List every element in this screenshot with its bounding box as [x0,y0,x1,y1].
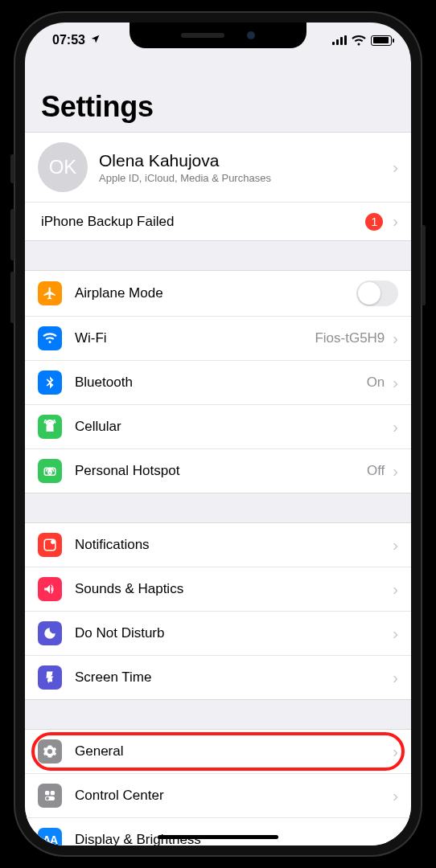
row-label: General [75,743,393,760]
dnd-icon [38,621,62,645]
screentime-icon [38,665,62,690]
chevron-right-icon: › [393,580,398,599]
settings-row-control-center[interactable]: Control Center› [25,773,411,817]
row-label: Notifications [75,537,393,553]
chevron-right-icon: › [393,158,398,177]
row-detail: On [367,375,385,391]
chevron-right-icon: › [393,374,398,392]
wifi-icon [38,326,62,350]
notch [130,23,306,48]
settings-row-general[interactable]: General› [25,730,411,773]
row-label: Control Center [75,788,393,804]
toggle-switch[interactable] [356,280,398,306]
svg-point-3 [51,540,55,544]
hotspot-icon [38,459,62,483]
cellular-signal-icon [332,35,347,45]
sounds-icon [38,577,62,601]
profile-subtitle: Apple ID, iCloud, Media & Purchases [99,172,271,184]
airplane-icon [38,281,62,305]
chevron-right-icon: › [393,418,398,436]
general-icon [38,739,62,764]
row-label: Do Not Disturb [75,625,393,641]
chevron-right-icon: › [393,330,398,348]
row-label: Screen Time [75,669,393,686]
settings-row-dnd[interactable]: Do Not Disturb› [25,611,411,655]
chevron-right-icon: › [393,669,398,687]
row-label: Cellular [75,419,393,435]
chevron-right-icon: › [393,462,398,481]
page-title: Settings [41,90,395,124]
chevron-right-icon: › [393,212,398,231]
display-icon: AA [38,828,62,845]
row-detail: Fios-tG5H9 [315,330,385,346]
chevron-right-icon: › [393,787,398,805]
battery-icon [371,35,392,46]
status-time: 07:53 [52,33,85,47]
row-label: Sounds & Haptics [75,581,393,597]
profile-name: Olena Kahujova [99,151,271,170]
chevron-right-icon: › [393,536,398,555]
settings-row-sounds[interactable]: Sounds & Haptics› [25,567,411,611]
notification-badge: 1 [365,213,383,231]
svg-point-7 [46,797,49,800]
row-detail: Off [367,463,385,479]
row-label: Airplane Mode [75,285,356,301]
settings-row-screentime[interactable]: Screen Time› [25,655,411,699]
chevron-right-icon: › [393,831,398,846]
svg-rect-4 [45,791,49,795]
control-center-icon [38,784,62,808]
row-label: Wi-Fi [75,330,315,346]
home-indicator[interactable] [158,835,278,839]
avatar: OK [38,142,88,192]
cellular-icon [38,415,62,439]
row-label: Personal Hotspot [75,463,367,479]
settings-row-display[interactable]: AADisplay & Brightness› [25,817,411,845]
settings-row-airplane[interactable]: Airplane Mode [25,271,411,316]
bluetooth-icon [38,371,62,395]
svg-rect-5 [51,791,55,795]
svg-point-0 [49,422,51,424]
chevron-right-icon: › [393,743,398,761]
settings-row-hotspot[interactable]: Personal HotspotOff› [25,448,411,493]
settings-row-wifi[interactable]: Wi-FiFios-tG5H9› [25,316,411,360]
notifications-icon [38,533,62,557]
settings-row-bluetooth[interactable]: BluetoothOn› [25,360,411,404]
backup-label: iPhone Backup Failed [41,214,365,230]
settings-row-notifications[interactable]: Notifications› [25,523,411,567]
chevron-right-icon: › [393,624,398,643]
location-icon [90,33,101,47]
backup-failed-row[interactable]: iPhone Backup Failed 1 › [25,202,411,240]
row-label: Bluetooth [75,375,367,391]
profile-row[interactable]: OK Olena Kahujova Apple ID, iCloud, Medi… [25,133,411,202]
settings-row-cellular[interactable]: Cellular› [25,404,411,448]
wifi-icon [352,35,366,46]
